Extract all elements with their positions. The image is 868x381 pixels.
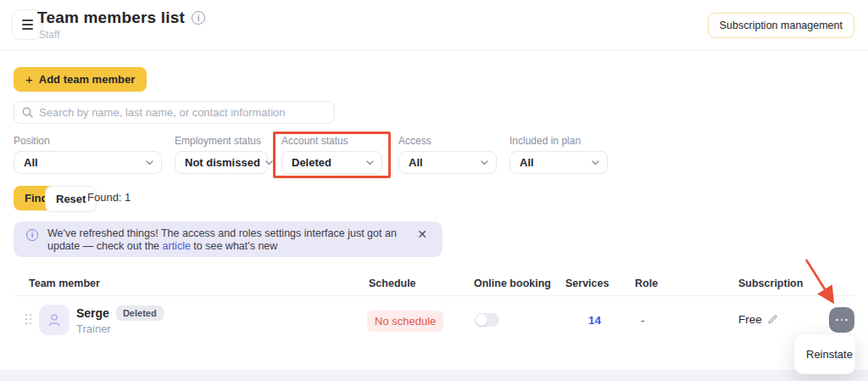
chevron-down-icon	[592, 160, 599, 165]
title-wrap: Team members list i	[37, 8, 205, 27]
drag-handle[interactable]	[25, 314, 32, 325]
page-title: Team members list	[37, 8, 185, 27]
ellipsis-icon	[836, 319, 838, 322]
table-header-divider	[14, 295, 854, 296]
menu-item-reinstate[interactable]: Reinstate	[794, 338, 855, 371]
filter-employment-select[interactable]: Not dismissed	[175, 151, 268, 174]
banner-info-icon: i	[26, 229, 38, 241]
filter-account-status-label: Account status	[281, 135, 382, 147]
member-position: Trainer	[76, 322, 111, 335]
filter-access: Access All	[398, 135, 497, 174]
row-actions-button[interactable]	[829, 307, 854, 333]
search-input[interactable]	[39, 106, 326, 119]
hamburger-icon	[22, 20, 33, 21]
col-services: Services	[565, 277, 609, 289]
col-team-member: Team member	[29, 277, 100, 289]
filter-position-select[interactable]: All	[14, 151, 162, 174]
search-box	[14, 101, 335, 124]
filter-access-label: Access	[398, 135, 497, 147]
filter-included-label: Included in plan	[509, 135, 608, 147]
filter-account-status: Account status Deleted	[281, 135, 382, 174]
filter-position: Position All	[14, 135, 162, 174]
page-subtitle: Staff	[39, 29, 59, 41]
filter-included-in-plan: Included in plan All	[509, 135, 608, 174]
page-header: Team members list i Staff Subscription m…	[0, 0, 868, 51]
add-team-member-button[interactable]: + Add team member	[14, 67, 147, 92]
add-team-member-label: Add team member	[39, 73, 135, 86]
online-booking-toggle[interactable]	[475, 313, 499, 327]
schedule-badge[interactable]: No schedule	[367, 311, 443, 332]
col-role: Role	[635, 277, 658, 289]
chevron-down-icon	[366, 160, 374, 165]
col-schedule: Schedule	[369, 277, 416, 289]
member-name[interactable]: Serge	[76, 306, 109, 320]
filter-employment-label: Employment status	[175, 135, 268, 147]
chevron-down-icon	[481, 160, 488, 165]
services-count-link[interactable]: 14	[588, 314, 601, 327]
found-count: Found: 1	[87, 191, 131, 204]
toggle-knob	[476, 314, 487, 326]
title-info-icon[interactable]: i	[192, 11, 205, 25]
person-icon	[46, 311, 63, 328]
team-members-page: Team members list i Staff Subscription m…	[0, 0, 868, 381]
row-actions-menu: Reinstate	[794, 334, 855, 374]
chevron-down-icon	[146, 160, 153, 165]
status-badge: Deleted	[116, 305, 164, 321]
info-banner: i We've refreshed things! The access and…	[14, 221, 442, 257]
filter-included-select[interactable]: All	[509, 151, 608, 174]
footer-strip	[0, 370, 868, 381]
col-subscription: Subscription	[738, 277, 803, 289]
role-value: -	[641, 314, 645, 327]
subscription-management-button[interactable]: Subscription management	[708, 13, 854, 38]
filter-position-label: Position	[14, 135, 162, 147]
subscription-value: Free	[738, 313, 762, 326]
article-link[interactable]: article	[163, 240, 191, 252]
filter-employment-status: Employment status Not dismissed	[175, 135, 268, 174]
search-icon	[22, 107, 33, 118]
col-online-booking: Online booking	[474, 277, 551, 289]
filter-access-select[interactable]: All	[398, 151, 497, 174]
filter-account-status-select[interactable]: Deleted	[281, 151, 382, 174]
plus-icon: +	[25, 73, 33, 86]
chevron-down-icon	[265, 160, 273, 165]
edit-pencil-icon[interactable]	[767, 314, 778, 325]
banner-close-icon[interactable]: ✕	[417, 228, 427, 240]
banner-text: We've refreshed things! The access and r…	[47, 227, 403, 253]
avatar	[39, 305, 70, 335]
